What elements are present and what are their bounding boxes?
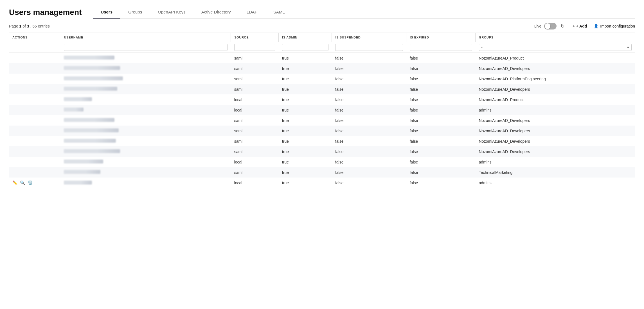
groups-cell: admins: [476, 105, 635, 115]
tab-groups[interactable]: Groups: [120, 7, 150, 19]
users-table: ACTIONS USERNAME SOURCE IS ADMIN IS SUSP…: [9, 33, 635, 188]
is-suspended-cell: false: [332, 94, 406, 105]
groups-filter-dropdown[interactable]: - ▾: [479, 44, 632, 51]
delete-icon[interactable]: 🗑️: [28, 180, 33, 185]
username-cell: [60, 136, 231, 146]
actions-cell: ✏️ 🔍 🗑️: [9, 178, 60, 188]
source-cell: saml: [231, 126, 279, 136]
col-header-is-suspended: IS SUSPENDED: [332, 33, 406, 42]
actions-cell: [9, 84, 60, 94]
is-admin-cell: true: [279, 63, 332, 74]
tab-saml[interactable]: SAML: [265, 7, 293, 19]
source-cell: saml: [231, 115, 279, 126]
table-row: samltruefalsefalseNozomiAzureAD_Develope…: [9, 115, 635, 126]
groups-cell: NozomiAzureAD_Developers: [476, 136, 635, 146]
source-cell: local: [231, 178, 279, 188]
is-expired-cell: false: [406, 167, 476, 178]
is-suspended-cell: false: [332, 146, 406, 157]
is-expired-cell: false: [406, 126, 476, 136]
table-row: samltruefalsefalseNozomiAzureAD_Develope…: [9, 63, 635, 74]
edit-icon[interactable]: ✏️: [12, 180, 18, 185]
is-suspended-cell: false: [332, 63, 406, 74]
import-icon: 👤: [594, 24, 598, 28]
is-expired-cell: false: [406, 178, 476, 188]
actions-cell: [9, 74, 60, 84]
is-admin-cell: true: [279, 146, 332, 157]
live-toggle[interactable]: [544, 23, 557, 29]
refresh-button[interactable]: ↻: [559, 22, 566, 30]
username-cell: [60, 146, 231, 157]
is-suspended-cell: false: [332, 157, 406, 167]
tab-bar: Users Groups OpenAPI Keys Active Directo…: [93, 7, 635, 19]
source-cell: saml: [231, 84, 279, 94]
actions-cell: [9, 167, 60, 178]
username-cell: [60, 94, 231, 105]
is-admin-cell: true: [279, 84, 332, 94]
table-row: samltruefalsefalseNozomiAzureAD_Develope…: [9, 126, 635, 136]
col-header-is-expired: IS EXPIRED: [406, 33, 476, 42]
source-cell: saml: [231, 63, 279, 74]
col-header-is-admin: IS ADMIN: [279, 33, 332, 42]
source-cell: local: [231, 157, 279, 167]
source-cell: local: [231, 105, 279, 115]
groups-cell: NozomiAzureAD_Developers: [476, 63, 635, 74]
username-cell: [60, 84, 231, 94]
tab-openapi-keys[interactable]: OpenAPI Keys: [150, 7, 193, 19]
tab-active-directory[interactable]: Active Directory: [193, 7, 239, 19]
username-cell: [60, 74, 231, 84]
live-label: Live: [534, 24, 542, 28]
is-suspended-cell: false: [332, 74, 406, 84]
is-suspended-cell: false: [332, 126, 406, 136]
groups-cell: NozomiAzureAD_Developers: [476, 84, 635, 94]
groups-cell: NozomiAzureAD_PlatformEngineering: [476, 74, 635, 84]
chevron-down-icon: ▾: [627, 45, 629, 49]
is-expired-filter-input[interactable]: [410, 44, 472, 51]
is-suspended-cell: false: [332, 84, 406, 94]
is-expired-cell: false: [406, 74, 476, 84]
table-row: samltruefalsefalseNozomiAzureAD_Develope…: [9, 84, 635, 94]
page-title: Users management: [9, 7, 82, 17]
import-button[interactable]: 👤 Import configuration: [594, 24, 635, 28]
is-suspended-filter-input[interactable]: [335, 44, 403, 51]
is-suspended-cell: false: [332, 167, 406, 178]
is-admin-cell: true: [279, 74, 332, 84]
col-header-username: USERNAME: [60, 33, 231, 42]
actions-cell: [9, 157, 60, 167]
is-admin-filter-input[interactable]: [282, 44, 328, 51]
groups-cell: admins: [476, 178, 635, 188]
is-suspended-cell: false: [332, 136, 406, 146]
source-filter-input[interactable]: [234, 44, 275, 51]
source-cell: saml: [231, 146, 279, 157]
is-expired-cell: false: [406, 115, 476, 126]
is-expired-cell: false: [406, 157, 476, 167]
username-cell: [60, 53, 231, 63]
table-row: samltruefalsefalseNozomiAzureAD_Platform…: [9, 74, 635, 84]
col-header-source: SOURCE: [231, 33, 279, 42]
tab-users[interactable]: Users: [93, 7, 120, 19]
source-cell: saml: [231, 53, 279, 63]
is-admin-cell: true: [279, 136, 332, 146]
col-header-actions: ACTIONS: [9, 33, 60, 42]
table-row: localtruefalsefalseNozomiAzureAD_Product: [9, 94, 635, 105]
is-admin-cell: true: [279, 105, 332, 115]
table-row: localtruefalsefalseadmins: [9, 157, 635, 167]
groups-cell: NozomiAzureAD_Product: [476, 53, 635, 63]
groups-cell: NozomiAzureAD_Product: [476, 94, 635, 105]
add-button[interactable]: + + Add: [573, 24, 587, 28]
groups-cell: NozomiAzureAD_Developers: [476, 126, 635, 136]
groups-cell: admins: [476, 157, 635, 167]
username-cell: [60, 167, 231, 178]
username-cell: [60, 178, 231, 188]
table-row: samltruefalsefalseTechnicalMarketing: [9, 167, 635, 178]
is-expired-cell: false: [406, 136, 476, 146]
search-icon[interactable]: 🔍: [20, 180, 25, 185]
is-admin-cell: true: [279, 115, 332, 126]
username-cell: [60, 115, 231, 126]
is-admin-cell: true: [279, 126, 332, 136]
username-filter-input[interactable]: [64, 44, 227, 51]
is-admin-cell: true: [279, 157, 332, 167]
tab-ldap[interactable]: LDAP: [239, 7, 265, 19]
is-admin-cell: true: [279, 178, 332, 188]
is-expired-cell: false: [406, 63, 476, 74]
actions-cell: [9, 146, 60, 157]
